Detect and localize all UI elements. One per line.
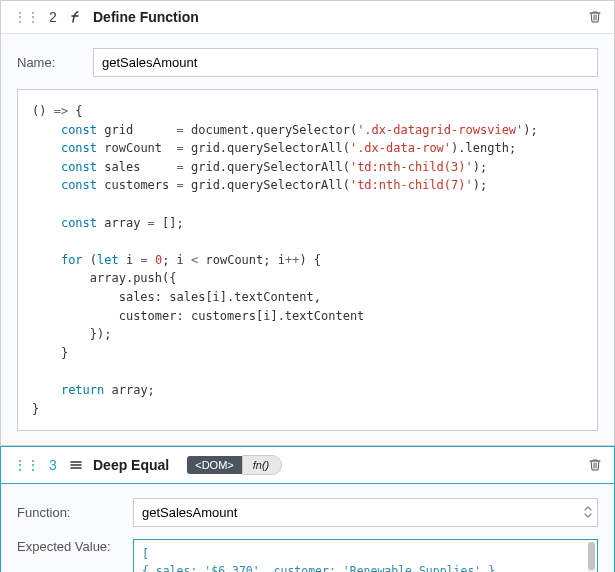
step-number: 3 — [47, 457, 59, 473]
define-function-step: ⋮⋮ 2 Define Function Name: () => { const… — [0, 0, 615, 446]
code-editor[interactable]: () => { const grid = document.querySelec… — [17, 89, 598, 431]
expected-label: Expected Value: — [17, 539, 117, 554]
step-title: Define Function — [93, 9, 199, 25]
equal-icon — [67, 458, 85, 472]
delete-step-button[interactable] — [588, 10, 602, 24]
deep-equal-step: ⋮⋮ 3 Deep Equal <DOM> fn() Function: Exp… — [0, 446, 615, 572]
name-label: Name: — [17, 55, 77, 70]
step-body: Function: Expected Value: [ { sales: '$6… — [1, 484, 614, 572]
fn-tag: fn() — [242, 455, 283, 475]
name-input[interactable] — [93, 48, 598, 77]
scrollbar-thumb[interactable] — [588, 542, 595, 570]
name-field-row: Name: — [17, 48, 598, 77]
step-body: Name: () => { const grid = document.quer… — [1, 34, 614, 445]
function-field-row: Function: — [17, 498, 598, 527]
tag-group: <DOM> fn() — [187, 455, 282, 475]
expected-field-row: Expected Value: [ { sales: '$6,370', cus… — [17, 539, 598, 572]
dom-tag: <DOM> — [187, 456, 242, 474]
function-icon — [67, 10, 85, 24]
function-label: Function: — [17, 505, 117, 520]
drag-handle-icon[interactable]: ⋮⋮ — [13, 10, 39, 24]
drag-handle-icon[interactable]: ⋮⋮ — [13, 458, 39, 472]
step-header: ⋮⋮ 2 Define Function — [1, 1, 614, 34]
expected-value-input[interactable]: [ { sales: '$6,370', customer: 'Renewabl… — [133, 539, 598, 572]
step-header: ⋮⋮ 3 Deep Equal <DOM> fn() — [1, 447, 614, 484]
delete-step-button[interactable] — [588, 458, 602, 472]
function-select[interactable] — [133, 498, 598, 527]
step-title: Deep Equal — [93, 457, 169, 473]
step-number: 2 — [47, 9, 59, 25]
function-select-wrap — [133, 498, 598, 527]
